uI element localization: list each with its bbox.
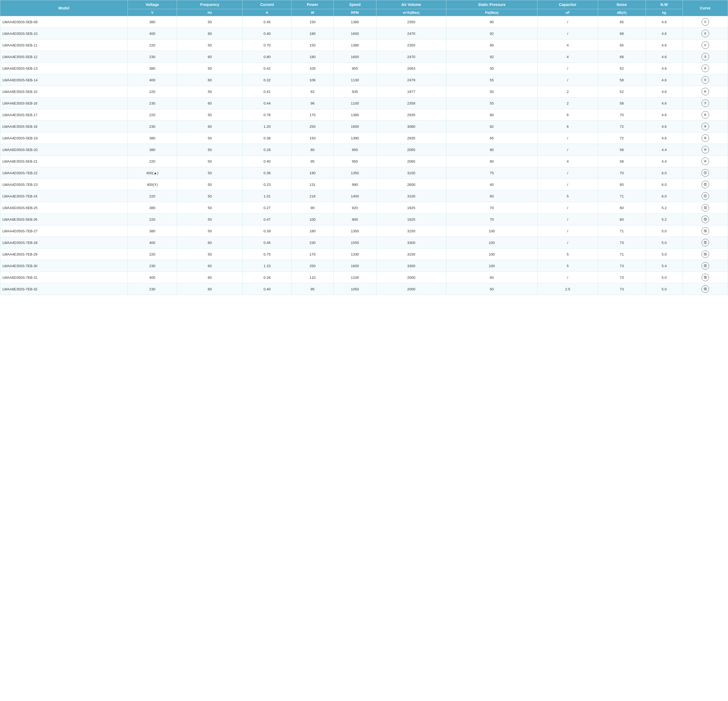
table-row: LWAA6E350S-5EB-26220500.47100900192570/6… xyxy=(0,213,728,225)
cell-airvolume: 2470 xyxy=(376,51,446,63)
curve-badge: ⑯ xyxy=(702,285,709,293)
cell-model: LWAA4E350S-7EB-24 xyxy=(0,190,128,202)
cell-model: LWAA6D350S-7EB-31 xyxy=(0,272,128,283)
cell-curve: ⑬ xyxy=(683,202,728,213)
table-row: LWAA6D350S-6EB-25380500.2790920192570/60… xyxy=(0,202,728,213)
cell-frequency: 50 xyxy=(177,144,243,156)
cell-frequency: 50 xyxy=(177,190,243,202)
cell-model: LWAA6E350S-5EB-21 xyxy=(0,156,128,167)
cell-voltage: 380 xyxy=(127,16,177,28)
cell-frequency: 60 xyxy=(177,28,243,39)
cell-frequency: 60 xyxy=(177,51,243,63)
th-sub-a: A xyxy=(243,9,292,16)
cell-speed: 1350 xyxy=(334,167,376,179)
cell-nw: 4.6 xyxy=(646,16,683,28)
cell-voltage: 230 xyxy=(127,121,177,133)
cell-frequency: 50 xyxy=(177,167,243,179)
table-row: LWAA4D350S-5EB-09380500.451501380235090/… xyxy=(0,16,728,28)
cell-power: 100 xyxy=(292,213,334,225)
table-row: LWAA6D350S-5EB-20380500.2880950206580/58… xyxy=(0,144,728,156)
cell-voltage: 400 xyxy=(127,272,177,283)
cell-capacitor: / xyxy=(537,144,598,156)
cell-noise: 60 xyxy=(598,202,646,213)
cell-staticpressure: 80 xyxy=(446,144,537,156)
cell-voltage: 380 xyxy=(127,225,177,237)
cell-airvolume: 3150 xyxy=(376,248,446,260)
cell-noise: 68 xyxy=(598,28,646,39)
cell-power: 106 xyxy=(292,74,334,86)
cell-noise: 72 xyxy=(598,121,646,133)
cell-staticpressure: 92 xyxy=(446,28,537,39)
th-current: Current xyxy=(243,0,292,9)
cell-curve: ⑩ xyxy=(683,144,728,156)
cell-airvolume: 1925 xyxy=(376,213,446,225)
table-row: LWAA4D350S-7EB-27380500.3918013503150100… xyxy=(0,225,728,237)
cell-staticpressure: 60 xyxy=(446,272,537,283)
cell-power: 150 xyxy=(292,39,334,51)
cell-noise: 58 xyxy=(598,98,646,109)
cell-speed: 1350 xyxy=(334,225,376,237)
cell-curve: ⑧ xyxy=(683,109,728,121)
cell-nw: 4.6 xyxy=(646,121,683,133)
cell-frequency: 50 xyxy=(177,86,243,98)
cell-staticpressure: 40 xyxy=(446,179,537,190)
cell-voltage: 220 xyxy=(127,190,177,202)
cell-staticpressure: 80 xyxy=(446,109,537,121)
cell-speed: 1100 xyxy=(334,272,376,283)
cell-noise: 65 xyxy=(598,39,646,51)
cell-power: 150 xyxy=(292,133,334,144)
cell-current: 0.40 xyxy=(243,28,292,39)
cell-power: 95 xyxy=(292,283,334,295)
curve-badge: ③ xyxy=(702,53,709,61)
cell-speed: 990 xyxy=(334,179,376,190)
cell-frequency: 50 xyxy=(177,16,243,28)
cell-curve: ② xyxy=(683,28,728,39)
cell-nw: 6.0 xyxy=(646,179,683,190)
cell-staticpressure: 50 xyxy=(446,63,537,74)
curve-badge: ⑪ xyxy=(702,169,709,177)
cell-power: 180 xyxy=(292,225,334,237)
cell-frequency: 50 xyxy=(177,202,243,213)
cell-noise: 58 xyxy=(598,144,646,156)
cell-voltage: 220 xyxy=(127,213,177,225)
cell-nw: 5.0 xyxy=(646,283,683,295)
cell-airvolume: 2470 xyxy=(376,28,446,39)
cell-nw: 4.6 xyxy=(646,74,683,86)
cell-speed: 1330 xyxy=(334,248,376,260)
cell-frequency: 50 xyxy=(177,248,243,260)
cell-current: 0.47 xyxy=(243,213,292,225)
cell-noise: 73 xyxy=(598,283,646,295)
cell-nw: 4.4 xyxy=(646,144,683,156)
main-table-container: Model Voltage Frequency Current Power Sp… xyxy=(0,0,728,295)
cell-speed: 1600 xyxy=(334,121,376,133)
table-row: LWAA6E350S-7EB-32230600.409510502000502.… xyxy=(0,283,728,295)
cell-current: 0.75 xyxy=(243,248,292,260)
th-sub-kg: kg xyxy=(646,9,683,16)
cell-current: 0.32 xyxy=(243,74,292,86)
cell-speed: 1600 xyxy=(334,28,376,39)
cell-noise: 71 xyxy=(598,190,646,202)
cell-model: LWAA4D350S-5EB-10 xyxy=(0,28,128,39)
cell-current: 0.38 xyxy=(243,133,292,144)
cell-current: 0.44 xyxy=(243,98,292,109)
cell-noise: 65 xyxy=(598,16,646,28)
cell-frequency: 50 xyxy=(177,133,243,144)
table-row: LWAA4E350S-5EB-12230600.8018016002470924… xyxy=(0,51,728,63)
cell-curve: ⑦ xyxy=(683,98,728,109)
cell-noise: 70 xyxy=(598,109,646,121)
cell-staticpressure: 70 xyxy=(446,213,537,225)
cell-capacitor: 4 xyxy=(537,51,598,63)
cell-model: LWAA4E350S-5EB-18 xyxy=(0,121,128,133)
cell-model: LWAA6D350S-5EB-13 xyxy=(0,63,128,74)
cell-staticpressure: 55 xyxy=(446,98,537,109)
curve-badge: ② xyxy=(702,30,709,37)
table-row: LWAA4D350S-5EB-10400600.401801600247092/… xyxy=(0,28,728,39)
cell-voltage: 380 xyxy=(127,133,177,144)
cell-airvolume: 1977 xyxy=(376,86,446,98)
cell-voltage: 230 xyxy=(127,51,177,63)
cell-nw: 6.0 xyxy=(646,190,683,202)
cell-frequency: 60 xyxy=(177,74,243,86)
cell-speed: 1380 xyxy=(334,109,376,121)
cell-capacitor: / xyxy=(537,16,598,28)
curve-badge: ① xyxy=(702,41,709,49)
